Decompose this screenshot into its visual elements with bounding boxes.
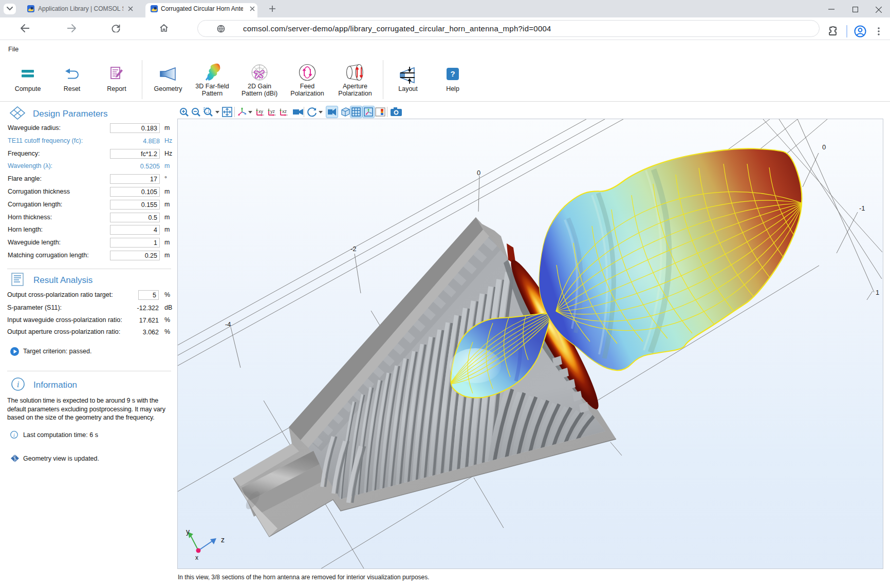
- svg-text:i: i: [17, 380, 20, 389]
- svg-text:0: 0: [822, 143, 826, 151]
- svg-text:y: y: [186, 527, 190, 536]
- svg-text:-4: -4: [225, 320, 231, 328]
- svg-text:z: z: [221, 536, 225, 544]
- svg-text:xz: xz: [282, 109, 287, 114]
- svg-text:0: 0: [477, 169, 480, 177]
- svg-text:x: x: [195, 554, 198, 561]
- svg-text:yz: yz: [270, 109, 275, 114]
- svg-text:1: 1: [876, 289, 879, 296]
- svg-text:xy: xy: [258, 109, 264, 114]
- svg-text:-2: -2: [350, 245, 357, 253]
- svg-text:?: ?: [450, 69, 455, 78]
- svg-text:-1: -1: [859, 204, 865, 212]
- svg-text:i: i: [13, 432, 15, 438]
